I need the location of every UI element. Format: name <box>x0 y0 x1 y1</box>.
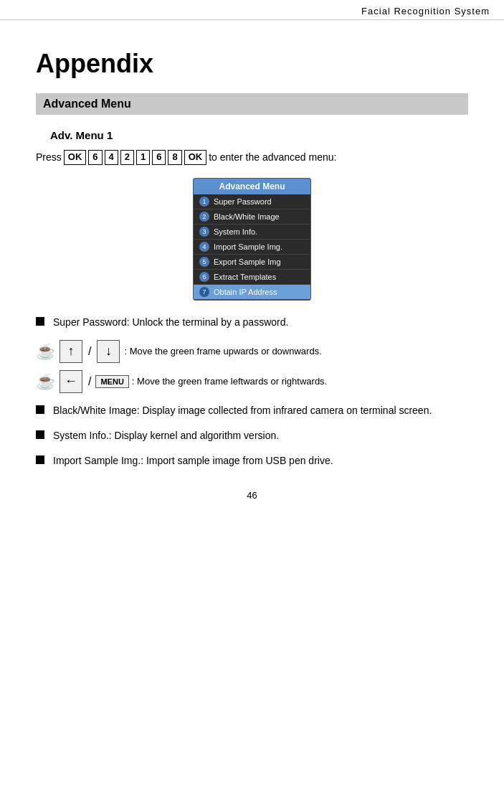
icon-row-2: ☕ ← / MENU : Move the green frame leftwa… <box>36 370 468 393</box>
menu-widget-title: Advanced Menu <box>194 179 310 194</box>
menu-item-num: 5 <box>199 257 209 267</box>
arrow-down-icon: ↓ <box>97 340 120 363</box>
menu-item-label: Export Sample Img <box>214 258 281 266</box>
main-content: Appendix Advanced Menu Adv. Menu 1 Press… <box>0 20 504 529</box>
press-instruction: Press OK 6 4 2 1 6 8 OK to enter the adv… <box>36 150 468 165</box>
bullet-system-info-text: System Info.: Display kernel and algorit… <box>53 428 279 443</box>
page-header: Facial Recognition System <box>0 0 504 20</box>
page-number: 46 <box>36 490 468 501</box>
menu-item-3: 3 System Info. <box>194 225 310 240</box>
menu-item-label: Black/White Image <box>214 212 280 221</box>
menu-item-label: Super Password <box>214 197 272 206</box>
arrow-left-icon: ← <box>60 370 82 393</box>
menu-item-num: 3 <box>199 227 209 237</box>
bullet-system-info: System Info.: Display kernel and algorit… <box>36 428 468 443</box>
key-ok-1: OK <box>64 150 87 165</box>
menu-item-7: 7 Obtain IP Address <box>194 285 310 300</box>
icon-row-1: ☕ ↑ / ↓ : Move the green frame upwards o… <box>36 340 468 363</box>
advanced-menu-widget: Advanced Menu 1 Super Password 2 Black/W… <box>193 178 311 301</box>
menu-item-label: Extract Templates <box>214 273 276 281</box>
header-title: Facial Recognition System <box>361 6 490 16</box>
bullet-super-password: Super Password: Unlock the terminal by a… <box>36 315 468 330</box>
menu-item-2: 2 Black/White Image <box>194 209 310 225</box>
bullet-super-password-text: Super Password: Unlock the terminal by a… <box>53 315 288 330</box>
menu-item-label: Import Sample Img. <box>214 242 282 251</box>
bullet-icon <box>36 405 44 414</box>
key-ok-2: OK <box>184 150 207 165</box>
slash-1: / <box>88 345 91 358</box>
menu-label-box: MENU <box>95 375 128 388</box>
bullet-icon <box>36 430 44 439</box>
menu-item-label: Obtain IP Address <box>214 288 277 296</box>
key-6-2: 6 <box>152 150 166 165</box>
bullet-icon <box>36 455 44 464</box>
menu-item-num: 1 <box>199 197 209 207</box>
icon-row-2-text: : Move the green frame leftwards or righ… <box>132 376 327 387</box>
menu-item-6: 6 Extract Templates <box>194 270 310 285</box>
bullet-import-sample-text: Import Sample Img.: Import sample image … <box>53 453 333 468</box>
menu-item-num: 4 <box>199 242 209 252</box>
menu-item-1: 1 Super Password <box>194 194 310 209</box>
menu-item-5: 5 Export Sample Img <box>194 255 310 270</box>
bullet-bw-image-text: Black/White Image: Display image collect… <box>53 403 432 418</box>
key-4: 4 <box>105 150 118 165</box>
menu-item-num: 2 <box>199 212 209 222</box>
icon-row-1-text: : Move the green frame upwards or downwa… <box>124 346 321 357</box>
adv-menu-subtitle: Adv. Menu 1 <box>50 129 468 141</box>
menu-item-num: 6 <box>199 272 209 282</box>
press-text-before: Press <box>36 151 62 163</box>
section-header: Advanced Menu <box>36 93 468 115</box>
bullet-bw-image: Black/White Image: Display image collect… <box>36 403 468 418</box>
key-1: 1 <box>136 150 150 165</box>
coffee-icon-2: ☕ <box>36 372 55 391</box>
key-8: 8 <box>168 150 181 165</box>
arrow-up-icon: ↑ <box>60 340 82 363</box>
appendix-title: Appendix <box>36 49 468 79</box>
key-6-1: 6 <box>88 150 102 165</box>
menu-item-label: System Info. <box>214 227 257 236</box>
bullet-import-sample: Import Sample Img.: Import sample image … <box>36 453 468 468</box>
key-2: 2 <box>120 150 134 165</box>
slash-2: / <box>88 375 91 388</box>
press-text-after: to enter the advanced menu: <box>209 151 336 163</box>
menu-item-4: 4 Import Sample Img. <box>194 240 310 255</box>
menu-item-num: 7 <box>199 287 209 297</box>
bullet-icon <box>36 317 44 326</box>
coffee-icon-1: ☕ <box>36 342 55 361</box>
